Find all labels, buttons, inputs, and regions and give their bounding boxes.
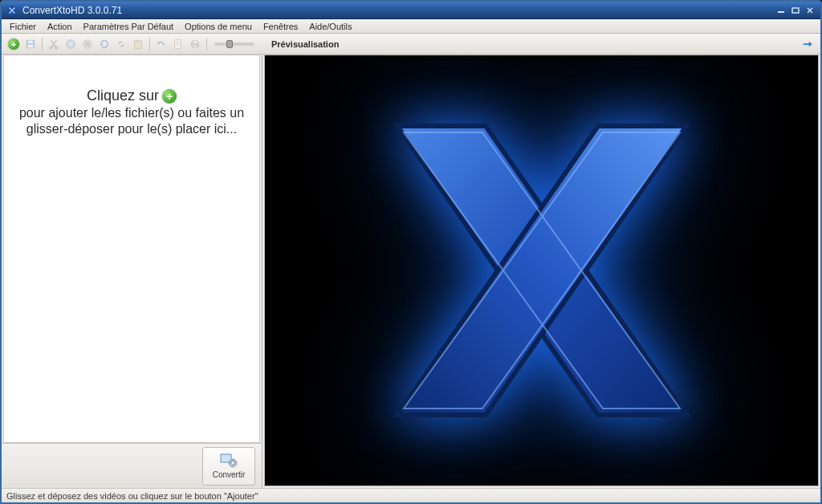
preview-label: Prévisualisation <box>270 39 339 49</box>
toolbar: + <box>2 34 820 55</box>
maximize-button[interactable] <box>790 6 801 15</box>
left-pane: Cliquez sur + pour ajouter le/les fichie… <box>2 55 262 488</box>
zoom-slider[interactable] <box>214 43 254 46</box>
svg-rect-16 <box>193 45 197 47</box>
minimize-button[interactable] <box>775 6 787 15</box>
svg-rect-1 <box>778 11 784 13</box>
svg-rect-15 <box>193 40 197 43</box>
close-button[interactable] <box>804 6 816 15</box>
titlebar[interactable]: ConvertXtoHD 3.0.0.71 <box>2 2 820 19</box>
menu-action[interactable]: Action <box>43 20 77 33</box>
drop-hint-pre: Cliquez sur <box>87 87 159 104</box>
main-area: Cliquez sur + pour ajouter le/les fichie… <box>2 55 820 488</box>
svg-rect-12 <box>136 39 140 42</box>
paste-icon[interactable] <box>131 37 145 51</box>
drop-hint-line3: glisser-déposer pour le(s) placer ici... <box>14 122 250 136</box>
menu-options[interactable]: Options de menu <box>180 20 257 33</box>
menu-fenetres[interactable]: Fenêtres <box>258 20 303 33</box>
toolbar-separator <box>206 38 207 51</box>
window-controls <box>775 6 816 15</box>
drop-hint-line1: Cliquez sur + <box>87 87 177 104</box>
convert-icon <box>220 453 238 468</box>
refresh-icon[interactable] <box>97 37 112 51</box>
delete-icon[interactable] <box>80 37 95 51</box>
convert-row: Convertir <box>2 443 262 488</box>
menu-aide[interactable]: Aide/Outils <box>304 20 356 33</box>
status-text: Glissez et déposez des vidéos ou cliquez… <box>6 491 258 501</box>
menubar: Fichier Action Paramètres Par Défaut Opt… <box>2 19 820 34</box>
cut-icon[interactable] <box>47 37 61 51</box>
convert-button[interactable]: Convertir <box>202 447 255 486</box>
link-icon[interactable] <box>114 37 128 51</box>
add-icon[interactable]: + <box>6 37 21 51</box>
app-window: ConvertXtoHD 3.0.0.71 Fichier Action Par… <box>0 0 822 504</box>
window-title: ConvertXtoHD 3.0.0.71 <box>22 5 775 16</box>
svg-rect-4 <box>28 44 34 47</box>
menu-fichier[interactable]: Fichier <box>5 20 41 33</box>
convert-button-label: Convertir <box>213 470 246 479</box>
slider-thumb[interactable] <box>226 40 233 48</box>
toolbar-separator <box>149 38 150 51</box>
preview-pane <box>264 55 819 486</box>
disc-icon[interactable] <box>63 37 78 51</box>
menu-parametres[interactable]: Paramètres Par Défaut <box>79 20 179 33</box>
page-icon[interactable] <box>171 37 185 51</box>
app-icon <box>6 5 18 16</box>
preview-canvas[interactable] <box>264 55 819 486</box>
toolbar-separator <box>42 38 43 51</box>
save-icon[interactable] <box>23 37 38 51</box>
drop-hint-line2: pour ajouter le/les fichier(s) ou faites… <box>14 106 250 120</box>
svg-rect-2 <box>792 8 799 13</box>
fullscreen-icon[interactable] <box>801 38 814 51</box>
x-logo <box>365 94 718 447</box>
print-icon[interactable] <box>188 37 202 51</box>
svg-rect-13 <box>175 39 181 48</box>
file-drop-area[interactable]: Cliquez sur + pour ajouter le/les fichie… <box>3 55 260 443</box>
svg-rect-5 <box>28 40 32 43</box>
svg-point-9 <box>70 43 72 45</box>
plus-icon: + <box>162 89 177 104</box>
statusbar: Glissez et déposez des vidéos ou cliquez… <box>2 488 820 502</box>
toolbar-left: + <box>6 37 258 51</box>
preview-header: Prévisualisation <box>270 38 816 51</box>
undo-icon[interactable] <box>154 37 169 51</box>
